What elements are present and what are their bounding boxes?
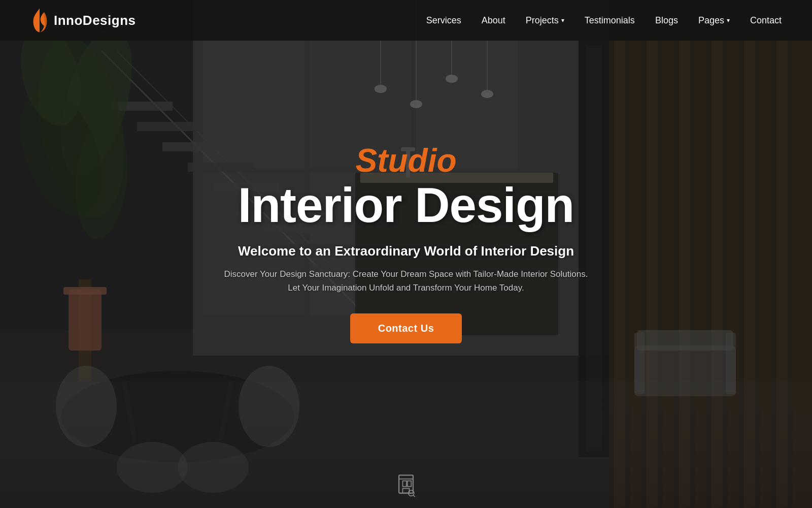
nav-contact[interactable]: Contact [750, 15, 782, 26]
svg-line-75 [413, 495, 415, 497]
hero-subtitle: Welcome to an Extraordinary World of Int… [238, 243, 574, 259]
nav-about[interactable]: About [482, 15, 505, 26]
nav-pages[interactable]: Pages ▾ [698, 15, 730, 26]
nav-blogs[interactable]: Blogs [655, 15, 678, 26]
header: InnoDesigns Services About Projects ▾ Te… [0, 0, 812, 41]
hero-studio-label: Studio [355, 144, 456, 177]
hero-section: Studio Interior Design Welcome to an Ext… [0, 0, 812, 508]
contact-us-button[interactable]: Contact Us [350, 313, 462, 343]
logo[interactable]: InnoDesigns [30, 8, 136, 33]
main-nav: Services About Projects ▾ Testimonials B… [426, 15, 782, 26]
logo-icon [30, 8, 49, 33]
nav-services[interactable]: Services [426, 15, 461, 26]
nav-testimonials[interactable]: Testimonials [585, 15, 635, 26]
pages-chevron-icon: ▾ [727, 17, 730, 24]
svg-rect-71 [408, 481, 411, 487]
projects-chevron-icon: ▾ [561, 17, 564, 24]
hero-description: Discover Your Design Sanctuary: Create Y… [223, 267, 589, 295]
scroll-down-icon [395, 471, 417, 498]
hero-content: Studio Interior Design Welcome to an Ext… [223, 144, 589, 343]
nav-projects[interactable]: Projects ▾ [526, 15, 564, 26]
scroll-indicator [395, 471, 417, 498]
hero-title: Interior Design [238, 180, 574, 231]
svg-rect-70 [403, 481, 407, 487]
brand-name: InnoDesigns [54, 13, 136, 28]
